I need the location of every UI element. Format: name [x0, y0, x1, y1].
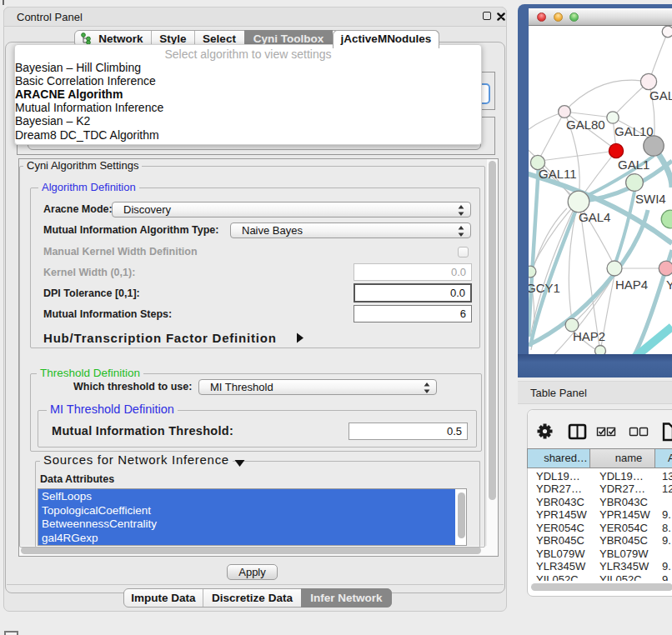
svg-text:GAL1: GAL1 — [618, 158, 649, 172]
svg-text:GAL10: GAL10 — [614, 124, 654, 138]
svg-text:HAP4: HAP4 — [615, 278, 648, 292]
svg-text:GAL11: GAL11 — [539, 167, 577, 181]
svg-text:GCY1: GCY1 — [529, 281, 560, 295]
svg-text:GAL80: GAL80 — [649, 88, 672, 102]
svg-text:YJL1: YJL1 — [666, 278, 672, 292]
svg-text:HAP2: HAP2 — [573, 329, 605, 343]
svg-text:SWI4: SWI4 — [635, 192, 666, 206]
svg-text:GAL80: GAL80 — [566, 118, 605, 132]
svg-text:GAL4: GAL4 — [579, 210, 610, 224]
